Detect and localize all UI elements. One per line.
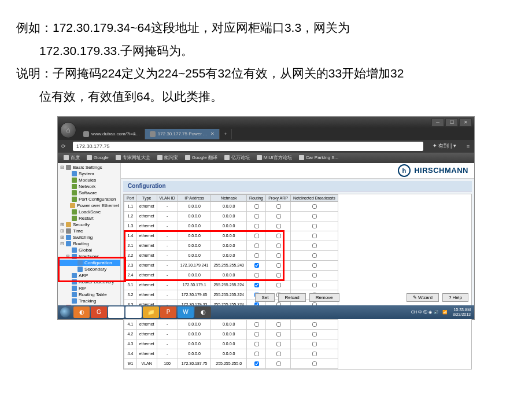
tree-item-software[interactable]: Software [58, 190, 120, 196]
checkbox[interactable] [312, 361, 317, 366]
tree-item-routing-table[interactable]: Routing Table [58, 291, 120, 298]
checkbox[interactable] [276, 224, 281, 228]
checkbox[interactable] [312, 332, 317, 337]
tray-network-icon[interactable]: 📶 [442, 310, 448, 315]
checkbox[interactable] [312, 234, 317, 238]
taskbar-app-icon[interactable]: G [91, 306, 107, 318]
taskbar-app-icon[interactable]: ◐ [195, 306, 211, 318]
taskbar-app-icon[interactable]: e [125, 306, 142, 318]
checkbox[interactable] [312, 253, 317, 258]
checkbox[interactable] [312, 322, 317, 327]
menu-icon[interactable]: ≡ [462, 143, 474, 149]
tree-item-system[interactable]: System [58, 171, 120, 177]
browser-home-button[interactable]: ⌂ [60, 122, 76, 138]
checkbox[interactable] [312, 243, 317, 248]
tree-item-routing[interactable]: ⊟Routing [58, 241, 120, 247]
table-row[interactable]: 2.2ethernet-0.0.0.00.0.0.0 [124, 250, 338, 260]
column-header[interactable]: Netdirected Broadcasts [291, 194, 338, 201]
expand-icon[interactable]: ⊞ [60, 228, 65, 234]
column-header[interactable]: Type [136, 194, 157, 201]
browser-tab-2[interactable]: 172.30.177.75 Power ...✕ [145, 129, 220, 139]
tree-item-restart[interactable]: Restart [58, 215, 120, 221]
checkbox[interactable] [254, 332, 259, 337]
checkbox[interactable] [312, 214, 317, 219]
checkbox[interactable] [276, 283, 281, 287]
checkbox[interactable] [276, 332, 281, 337]
checkbox[interactable] [276, 263, 281, 268]
checkbox[interactable] [254, 253, 259, 258]
checkbox[interactable] [312, 273, 317, 278]
checkbox[interactable] [254, 283, 259, 287]
remove-button[interactable]: Remove [309, 293, 339, 302]
table-row[interactable]: 4.2ethernet-0.0.0.00.0.0.0 [124, 329, 338, 339]
table-row[interactable]: 4.3ethernet-0.0.0.00.0.0.0 [124, 339, 338, 349]
column-header[interactable]: Netmask [211, 194, 247, 201]
window-maximize-button[interactable]: ☐ [445, 119, 458, 127]
checkbox[interactable] [276, 214, 281, 219]
bookmark-item[interactable]: 百度 [60, 154, 83, 161]
bookmark-item[interactable]: 能洵宝 [154, 154, 182, 161]
table-row[interactable]: 9/1VLAN100172.30.187.75255.255.255.0 [124, 359, 338, 368]
browser-tab-1[interactable]: www.dubao.com/?i=&... [79, 129, 145, 139]
bookmark-item[interactable]: Car Parking S... [295, 155, 342, 160]
bookmark-item[interactable]: MIUI官方论坛 [253, 154, 295, 161]
tree-item-global[interactable]: Global [58, 247, 120, 253]
tree-item-security[interactable]: ⊞Security [58, 221, 120, 228]
column-header[interactable]: Port [124, 194, 137, 201]
checkbox[interactable] [276, 273, 281, 278]
expand-icon[interactable]: ⊞ [60, 222, 65, 227]
checkbox[interactable] [312, 352, 317, 356]
tree-item-network[interactable]: Network [58, 183, 120, 190]
checkbox[interactable] [276, 322, 281, 327]
tree-item-modules[interactable]: Modules [58, 177, 120, 183]
checkbox[interactable] [276, 342, 281, 346]
checkbox[interactable] [254, 342, 259, 346]
bookmark-item[interactable]: Google 翻译 [182, 154, 221, 161]
column-header[interactable]: Routing [247, 194, 266, 201]
taskbar-app-icon[interactable]: ◐ [73, 306, 90, 318]
table-row[interactable]: 3.1ethernet-172.30.179.1255.255.255.224 [124, 280, 338, 290]
checkbox[interactable] [276, 253, 281, 258]
taskbar-app-icon[interactable]: P [160, 306, 176, 318]
tree-item-rip[interactable]: RIP [58, 285, 120, 291]
tree-item-time[interactable]: ⊞Time [58, 228, 120, 234]
column-header[interactable]: Proxy ARP [266, 194, 291, 201]
table-row[interactable]: 2.1ethernet-0.0.0.00.0.0.0 [124, 241, 338, 250]
checkbox[interactable] [254, 243, 259, 248]
table-row[interactable]: 1.1ethernet-0.0.0.00.0.0.0 [124, 201, 338, 211]
tree-item-basic-settings[interactable]: ⊟Basic Settings [58, 164, 120, 171]
checkbox[interactable] [312, 283, 317, 287]
tree-item-interfaces[interactable]: ⊟Interfaces [58, 253, 120, 260]
tray-volume-icon[interactable]: 🔊 [434, 310, 439, 315]
checkbox[interactable] [254, 204, 259, 209]
tree-item-router-discovery[interactable]: Router Discovery [58, 279, 120, 285]
bookmark-item[interactable]: Google [83, 155, 112, 160]
table-row[interactable]: 2.4ethernet-0.0.0.00.0.0.0 [124, 270, 338, 280]
set-button[interactable]: Set [255, 293, 275, 302]
checkbox[interactable] [276, 352, 281, 356]
checkbox[interactable] [254, 361, 259, 366]
window-close-button[interactable]: ✕ [459, 119, 472, 127]
table-row[interactable]: 4.1ethernet-0.0.0.00.0.0.0 [124, 319, 338, 329]
checkbox[interactable] [312, 224, 317, 228]
table-row[interactable]: 1.3ethernet-0.0.0.00.0.0.0 [124, 221, 338, 231]
tree-item-tracking[interactable]: Tracking [58, 298, 120, 304]
checkbox[interactable] [254, 214, 259, 219]
tree-item-load-save[interactable]: Load/Save [58, 209, 120, 215]
checkbox[interactable] [254, 322, 259, 327]
bookmark-item[interactable]: 专家网址大全 [112, 154, 154, 161]
column-header[interactable]: IP Address [178, 194, 211, 201]
taskbar-app-icon[interactable]: 📁 [143, 306, 159, 318]
table-row[interactable]: 1.2ethernet-0.0.0.00.0.0.0 [124, 211, 338, 221]
reload-icon[interactable]: ⟳ [58, 143, 69, 149]
taskbar-app-icon[interactable] [108, 306, 124, 318]
tree-item-switching[interactable]: ⊞Switching [58, 234, 120, 241]
checkbox[interactable] [254, 352, 259, 356]
help-button[interactable]: ? Help [442, 293, 468, 302]
taskbar-app-icon[interactable]: W [178, 306, 194, 318]
checkbox[interactable] [254, 234, 259, 238]
checkbox[interactable] [312, 263, 317, 268]
bookmark-item[interactable]: 亿万论坛 [221, 154, 253, 161]
tree-item-arp[interactable]: ARP [58, 272, 120, 279]
wizard-button[interactable]: ✎ Wizard [407, 293, 439, 302]
